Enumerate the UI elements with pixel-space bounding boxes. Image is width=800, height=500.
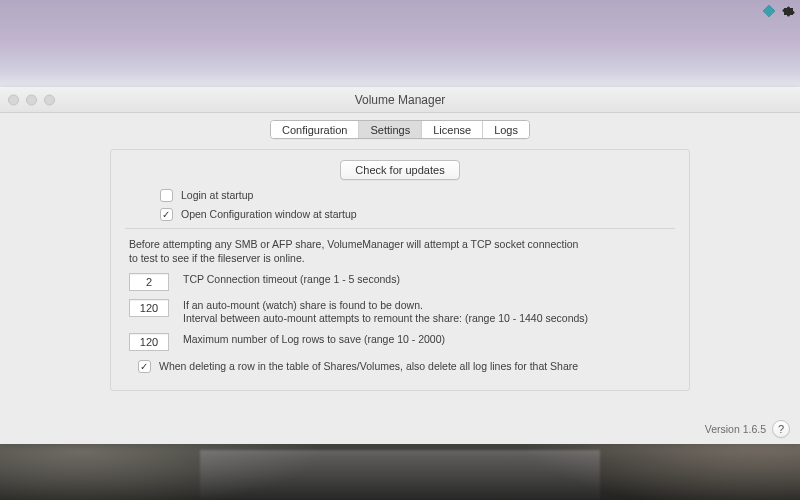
- tab-settings[interactable]: Settings: [359, 121, 422, 138]
- titlebar[interactable]: Volume Manager: [0, 87, 800, 113]
- settings-window: Volume Manager Configuration Settings Li…: [0, 87, 800, 444]
- check-updates-button[interactable]: Check for updates: [340, 160, 459, 180]
- puzzle-menubar-icon[interactable]: [782, 4, 796, 18]
- window-title: Volume Manager: [355, 93, 446, 107]
- window-controls: [8, 94, 55, 105]
- login-at-startup-label: Login at startup: [181, 188, 253, 203]
- open-config-at-startup-checkbox[interactable]: [160, 208, 173, 221]
- open-config-at-startup-label: Open Configuration window at startup: [181, 207, 357, 222]
- login-at-startup-checkbox[interactable]: [160, 189, 173, 202]
- close-window-button[interactable]: [8, 94, 19, 105]
- delete-logs-on-row-delete-checkbox[interactable]: [138, 360, 151, 373]
- remount-interval-label: If an auto-mount (watch) share is found …: [183, 299, 588, 325]
- tcp-timeout-label: TCP Connection timeout (range 1 - 5 seco…: [183, 273, 400, 286]
- tabs-segmented-control: Configuration Settings License Logs: [270, 120, 530, 139]
- svg-marker-0: [763, 5, 775, 17]
- desktop-background: Volume Manager Configuration Settings Li…: [0, 0, 800, 500]
- delete-logs-on-row-delete-label: When deleting a row in the table of Shar…: [159, 359, 578, 374]
- version-label: Version 1.6.5: [705, 423, 766, 435]
- divider: [125, 228, 675, 229]
- tab-logs[interactable]: Logs: [483, 121, 529, 138]
- help-button[interactable]: ?: [772, 420, 790, 438]
- remount-interval-input[interactable]: [129, 299, 169, 317]
- menubar-extras: [762, 4, 796, 18]
- tcp-timeout-input[interactable]: [129, 273, 169, 291]
- max-log-rows-input[interactable]: [129, 333, 169, 351]
- max-log-rows-label: Maximum number of Log rows to save (rang…: [183, 333, 445, 346]
- zoom-window-button[interactable]: [44, 94, 55, 105]
- window-footer: Version 1.6.5 ?: [705, 420, 790, 438]
- tcp-explain-text: Before attempting any SMB or AFP share, …: [129, 237, 671, 265]
- tabs-row: Configuration Settings License Logs: [0, 113, 800, 148]
- minimize-window-button[interactable]: [26, 94, 37, 105]
- settings-panel: Check for updates Login at startup Open …: [110, 149, 690, 391]
- tab-configuration[interactable]: Configuration: [271, 121, 359, 138]
- diamond-menubar-icon[interactable]: [762, 4, 776, 18]
- tab-license[interactable]: License: [422, 121, 483, 138]
